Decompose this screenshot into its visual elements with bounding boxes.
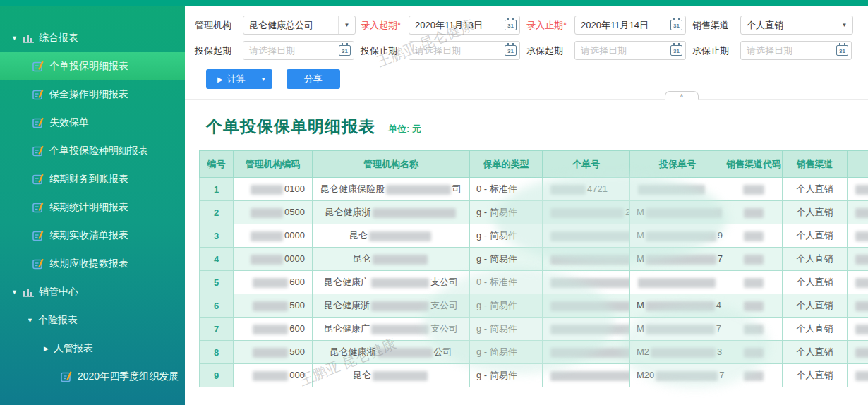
cell-channel: 个人直销 — [783, 341, 848, 364]
date-value: 请选择日期 — [409, 44, 505, 57]
table-row: 10100昆仑健康保险股司0 - 标准件4721个人直销00100 — [200, 178, 868, 201]
date-input-apply-start[interactable]: 请选择日期31 — [243, 41, 354, 60]
cell-code: 500 — [234, 341, 313, 364]
collapse-filter-tab[interactable]: ∧ — [665, 91, 699, 100]
sidebar-item-label: 个单投保明细报表 — [49, 60, 128, 73]
filter-label: 管理机构 — [195, 19, 237, 32]
column-header: 保单的类型 — [470, 151, 543, 178]
date-input-accept-start[interactable]: 请选择日期31 — [574, 41, 686, 60]
date-input-apply-end[interactable]: 请选择日期31 — [409, 41, 520, 60]
cell-agent: 00100 — [848, 178, 868, 201]
sidebar-item-label: 保全操作明细报表 — [49, 88, 128, 101]
cell-proposal: M23 — [630, 341, 725, 364]
sidebar-item[interactable]: ▼个险报表 — [0, 306, 185, 334]
redaction — [253, 325, 288, 334]
redaction — [855, 348, 868, 358]
row-number: 7 — [200, 318, 234, 341]
cell-code: 500 — [234, 294, 313, 318]
sidebar-item[interactable]: 续期统计明细报表 — [0, 193, 185, 222]
cell-policy — [543, 364, 630, 387]
redaction — [638, 185, 705, 195]
redaction — [550, 231, 630, 241]
calculate-dropdown-caret-icon[interactable]: ▼ — [254, 69, 272, 89]
filter-group-entry-start: 录入起期*2020年11月13日31 — [361, 16, 526, 35]
report-table: 编号管理机构编码管理机构名称保单的类型个单号投保单号销售渠道代码销售渠道代理人 … — [199, 150, 868, 387]
sidebar-item[interactable]: ▼综合报表 — [0, 24, 185, 52]
cell-channel: 个人直销 — [783, 201, 848, 224]
sidebar-item-label: 失效保单 — [49, 116, 89, 129]
redaction — [646, 325, 715, 334]
redaction — [373, 208, 456, 218]
calendar-icon[interactable]: 31 — [670, 20, 682, 30]
share-button[interactable]: 分享 — [287, 69, 340, 89]
dropdown-sales-channel[interactable]: 个人直销▼ — [740, 16, 853, 35]
dropdown-value: 个人直销 — [741, 19, 836, 32]
calendar-icon[interactable]: 31 — [836, 45, 848, 56]
redaction — [378, 348, 433, 358]
dropdown-manage-org[interactable]: 昆仑健康总公司▼ — [243, 16, 356, 35]
redaction — [550, 185, 586, 195]
cell-name: 昆仑 — [313, 364, 470, 387]
calendar-icon[interactable]: 31 — [505, 45, 517, 56]
sidebar-item[interactable]: 个单投保明细报表 — [0, 52, 185, 80]
sidebar-item-label: 综合报表 — [39, 32, 78, 44]
cell-name: 昆仑健康浙公司 — [313, 341, 470, 364]
redaction — [656, 371, 718, 381]
chevron-right-icon: ▶ — [44, 345, 49, 352]
calendar-icon[interactable]: 31 — [670, 45, 682, 56]
cell-proposal: M7 — [630, 248, 725, 271]
share-button-label: 分享 — [304, 73, 323, 85]
cell-channel: 个人直销 — [783, 224, 848, 248]
cell-name: 昆仑健康浙 — [313, 201, 470, 224]
cell-proposal: M207 — [630, 364, 725, 387]
sidebar-item[interactable]: 2020年四季度组织发展 — [0, 363, 185, 391]
filter-label: 录入止期* — [526, 19, 569, 32]
cell-policy — [543, 224, 630, 248]
cell-code: 0000 — [234, 224, 313, 248]
date-value: 请选择日期 — [741, 44, 836, 57]
redaction — [855, 278, 868, 288]
date-input-accept-end[interactable]: 请选择日期31 — [740, 41, 852, 60]
redaction — [253, 371, 288, 381]
sidebar-item[interactable]: 续期实收清单报表 — [0, 222, 185, 250]
cell-proposal: M — [630, 201, 725, 224]
sidebar-item[interactable]: ▼销管中心 — [0, 278, 185, 306]
date-value: 请选择日期 — [243, 44, 339, 57]
date-input-entry-start[interactable]: 2020年11月13日31 — [409, 16, 520, 35]
column-header: 销售渠道代码 — [725, 151, 783, 178]
sidebar-item[interactable]: ▶人管报表 — [0, 334, 185, 363]
cell-channel: 个人直销 — [783, 364, 848, 387]
report-icon — [32, 89, 44, 100]
cell-ccode — [725, 248, 783, 271]
sidebar-item-label: 2020年四季度组织发展 — [78, 370, 179, 383]
sidebar-item[interactable]: 续期财务到账报表 — [0, 165, 185, 193]
redaction — [744, 255, 764, 265]
cell-type: 0 - 标准件 — [470, 271, 543, 294]
calculate-button[interactable]: ▶ 计算 ▼ — [206, 69, 272, 89]
cell-code: 000 — [234, 364, 313, 387]
chevron-down-icon[interactable]: ▼ — [836, 16, 852, 34]
toolbar: ▶ 计算 ▼ 分享 — [195, 69, 858, 89]
calculate-button-label: 计算 — [227, 73, 246, 85]
calendar-icon[interactable]: 31 — [339, 45, 351, 56]
filter-group-apply-start: 投保起期请选择日期31 — [195, 41, 361, 60]
redaction — [371, 301, 429, 311]
date-input-entry-end[interactable]: 2020年11月14日31 — [574, 16, 686, 35]
cell-policy — [543, 294, 630, 318]
column-header: 管理机构编码 — [234, 151, 313, 178]
cell-policy — [543, 248, 630, 271]
sidebar-item[interactable]: 续期应收提数报表 — [0, 250, 185, 278]
calendar-icon[interactable]: 31 — [505, 20, 517, 30]
sidebar-item[interactable]: 个单投保险种明细报表 — [0, 137, 185, 165]
cell-proposal: M7 — [630, 318, 725, 341]
redaction — [550, 208, 624, 218]
redaction — [550, 278, 630, 288]
cell-agent: 5100 — [848, 201, 868, 224]
sidebar-item[interactable]: 失效保单 — [0, 109, 185, 137]
report-icon — [32, 258, 44, 270]
sidebar-item[interactable]: 保全操作明细报表 — [0, 80, 185, 109]
filter-panel: 管理机构昆仑健康总公司▼录入起期*2020年11月13日31录入止期*2020年… — [185, 6, 868, 100]
cell-policy — [543, 341, 630, 364]
chevron-down-icon[interactable]: ▼ — [338, 16, 355, 34]
cell-type: g - 简易件 — [470, 294, 543, 318]
